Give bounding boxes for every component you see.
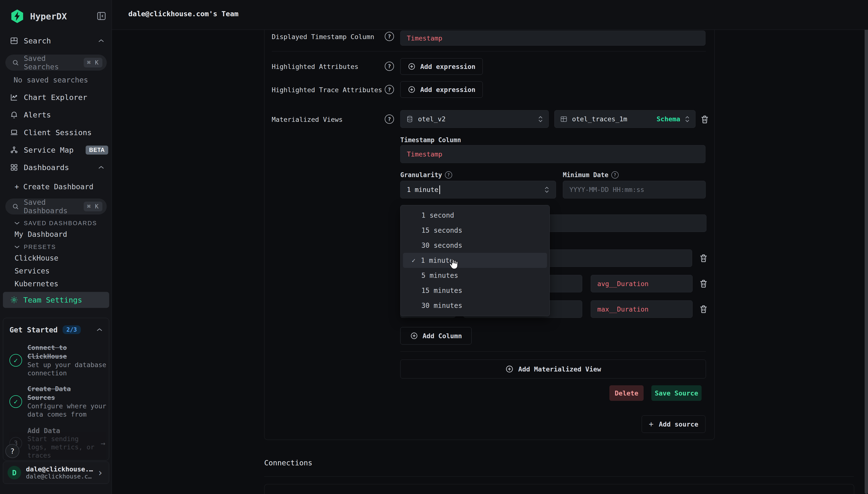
add-expression-button[interactable]: Add expression [400,58,483,75]
sidebar-item-label: Service Map [24,146,74,154]
topbar: dale@clickhouse.com's Team [112,0,868,30]
displayed-timestamp-label: Displayed Timestamp Column [272,33,374,40]
dropdown-option[interactable]: 1 second [403,208,547,223]
team-page-title: dale@clickhouse.com's Team [128,10,238,18]
sidebar-item-search[interactable]: Search [0,33,112,49]
search-icon [12,203,19,210]
sidebar-item-client-sessions[interactable]: Client Sessions [0,125,112,140]
sidebar-item-label: Chart Explorer [24,93,87,102]
materialized-view-select[interactable]: otel_v2 [400,110,549,128]
plus-circle-icon [410,332,418,340]
sidebar-item-dashboards[interactable]: Dashboards [0,160,112,175]
help-circle-icon[interactable]: ? [385,32,394,41]
granularity-select[interactable]: 1 minute [400,181,556,198]
sidebar-item-service-map[interactable]: Service Map BETA [0,142,112,158]
minimum-date-input[interactable]: YYYY-MM-DD HH:mm:ss [563,181,706,198]
granularity-label: Granularity [400,171,442,178]
saved-dashboards-header[interactable]: SAVED DASHBOARDS [14,220,97,227]
dropdown-option[interactable]: 15 seconds [403,223,547,238]
chevron-down-icon [14,221,20,225]
save-source-button[interactable]: Save Source [651,385,701,401]
chevron-up-icon[interactable] [98,39,104,43]
info-circle-icon[interactable]: ? [445,171,452,178]
saved-searches-input[interactable]: Saved Searches ⌘ K [5,55,107,71]
info-circle-icon[interactable]: ? [611,171,619,178]
add-source-button[interactable]: + Add source [642,415,706,433]
divider [272,51,706,52]
delete-column-trash-icon[interactable] [698,253,709,263]
chevron-up-icon[interactable] [96,328,103,332]
chevron-up-icon[interactable] [98,166,104,169]
question-icon: ? [10,447,15,455]
check-icon: ✓ [412,257,416,264]
dropdown-option[interactable]: 15 minutes [403,283,547,298]
step-desc: Start sending logs, metrics, or traces [27,435,95,459]
plus-circle-icon [408,62,416,71]
timestamp-column-input[interactable]: Timestamp [400,145,706,163]
delete-view-trash-icon[interactable] [700,114,710,125]
presets-header[interactable]: PRESETS [14,244,56,250]
table-icon [560,115,568,123]
dashboards-icon [10,163,18,172]
dropdown-option[interactable]: 30 minutes [403,298,547,313]
get-started-step-3[interactable]: 3 Add Data Start sending logs, metrics, … [3,419,109,459]
user-email: dale@clickhouse.c… [26,473,92,480]
minimum-date-label: Minimum Date [563,171,609,178]
sidebar-item-alerts[interactable]: Alerts [0,107,112,122]
sidebar-item-team-settings[interactable]: Team Settings [3,292,109,308]
sidebar-item-label: Dashboards [24,163,69,172]
sidebar-item-my-dashboard[interactable]: My Dashboard [15,230,67,239]
brand[interactable]: HyperDX [10,9,67,24]
create-dashboard-button[interactable]: + Create Dashboard [15,183,93,191]
granularity-dropdown: 1 second 15 seconds 30 seconds ✓ 1 minut… [400,205,550,316]
dropdown-option[interactable]: 30 seconds [403,238,547,253]
help-circle-icon[interactable]: ? [385,85,394,94]
select-caret-icon [538,115,543,123]
check-circle-icon: ✓ [9,354,22,367]
dropdown-option[interactable]: 5 minutes [403,268,547,283]
sidebar-item-services[interactable]: Services [15,267,50,275]
shortcut-badge: ⌘ K [84,202,102,211]
materialized-views-label: Materialized Views [272,116,343,123]
help-circle-icon[interactable]: ? [385,62,394,71]
connections-heading: Connections [264,459,312,467]
step-title: Create Data Sources [27,384,83,402]
user-menu[interactable]: D dale@clickhouse.… dale@clickhouse.c… › [3,461,109,484]
page-scrollbar[interactable] [865,0,868,494]
add-expression-button[interactable]: Add expression [400,81,483,98]
help-circle-icon[interactable]: ? [385,115,394,124]
plus-circle-icon [505,365,514,374]
get-started-step-2[interactable]: ✓ Create Data Sources Configure where yo… [3,377,109,419]
timestamp-column-label: Timestamp Column [400,136,461,144]
help-button[interactable]: ? [5,444,19,458]
column-alias-input[interactable]: max__Duration [591,300,693,318]
saved-dashboards-input[interactable]: Saved Dashboards ⌘ K [5,198,107,214]
delete-button[interactable]: Delete [610,385,643,401]
minimum-date-placeholder: YYYY-MM-DD HH:mm:ss [570,186,644,193]
check-circle-icon: ✓ [9,395,22,408]
saved-searches-placeholder: Saved Searches [24,54,79,71]
sidebar-item-clickhouse[interactable]: ClickHouse [15,254,58,262]
step-title: Add Data [27,427,95,435]
column-alias-input[interactable]: avg__Duration [591,275,693,292]
displayed-timestamp-input[interactable]: Timestamp [400,31,706,45]
delete-column-trash-icon[interactable] [698,279,709,289]
get-started-step-1[interactable]: ✓ Connect to ClickHouse Set up your data… [3,337,109,377]
collapse-sidebar-icon[interactable] [96,11,107,21]
schema-link[interactable]: Schema [656,115,680,123]
select-caret-icon [544,186,549,193]
delete-column-trash-icon[interactable] [698,304,709,314]
table-select[interactable]: otel_traces_1m Schema [554,110,695,128]
create-dashboard-label: Create Dashboard [23,183,93,191]
add-column-button[interactable]: Add Column [400,327,471,344]
sidebar-item-kubernetes[interactable]: Kubernetes [15,280,58,288]
plus-circle-icon [408,86,416,94]
get-started-title: Get Started [9,326,58,334]
hyperdx-app: dale@clickhouse.com's Team HyperDX Searc… [0,0,868,494]
sidebar-item-chart-explorer[interactable]: Chart Explorer [0,90,112,105]
dropdown-option-selected[interactable]: ✓ 1 minute [403,253,547,268]
avatar: D [7,466,21,479]
step-title: Connect to ClickHouse [27,343,83,361]
add-materialized-view-button[interactable]: Add Materialized View [400,360,706,379]
divider [264,476,854,477]
